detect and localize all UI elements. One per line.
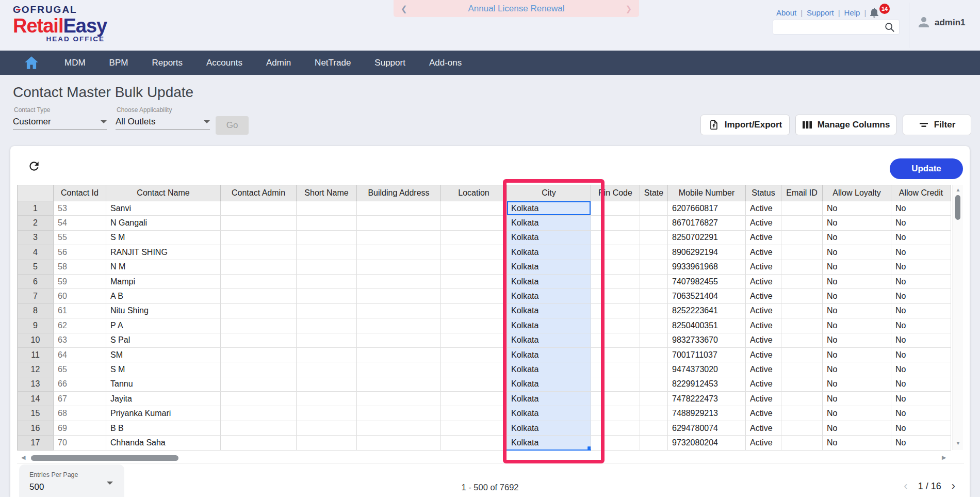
- cell-email-id[interactable]: [781, 406, 823, 421]
- cell-allow-credit[interactable]: No: [891, 274, 951, 288]
- cell-allow-loyalty[interactable]: No: [823, 230, 891, 245]
- cell-state[interactable]: [640, 318, 668, 333]
- cell-contact-name[interactable]: RANJIT SHING: [106, 245, 221, 260]
- cell-short-name[interactable]: [297, 230, 357, 245]
- cell-allow-credit[interactable]: No: [891, 347, 951, 362]
- corner-header-cell[interactable]: [18, 185, 54, 201]
- cell-contact-name[interactable]: SM: [106, 347, 221, 362]
- cell-state[interactable]: [640, 216, 668, 230]
- cell-allow-loyalty[interactable]: No: [823, 260, 891, 274]
- top-link-support[interactable]: Support: [807, 8, 834, 17]
- cell-pin-code[interactable]: [591, 260, 640, 274]
- cell-contact-name[interactable]: Tannu: [106, 377, 221, 391]
- cell-email-id[interactable]: [781, 245, 823, 260]
- cell-contact-name[interactable]: A B: [106, 289, 221, 303]
- cell-building-address[interactable]: [357, 260, 441, 274]
- cell-building-address[interactable]: [357, 318, 441, 333]
- nav-item-reports[interactable]: Reports: [152, 58, 183, 68]
- column-header-pin-code[interactable]: Pin Code: [591, 185, 640, 201]
- cell-location[interactable]: [441, 436, 507, 450]
- cell-pin-code[interactable]: [591, 274, 640, 288]
- nav-item-support[interactable]: Support: [374, 58, 405, 68]
- scroll-up-icon[interactable]: ▲: [953, 187, 963, 193]
- cell-status[interactable]: Active: [746, 216, 781, 230]
- cell-mobile-number[interactable]: 6294780074: [668, 421, 746, 435]
- cell-allow-loyalty[interactable]: No: [823, 362, 891, 377]
- cell-status[interactable]: Active: [746, 230, 781, 245]
- cell-city[interactable]: Kolkata: [507, 260, 591, 274]
- search-input[interactable]: [773, 20, 900, 35]
- cell-contact-admin[interactable]: [221, 362, 297, 377]
- cell-contact-admin[interactable]: [221, 303, 297, 318]
- import-export-button[interactable]: Import/Export: [700, 115, 790, 135]
- cell-city[interactable]: Kolkata: [507, 406, 591, 421]
- cell-building-address[interactable]: [357, 303, 441, 318]
- cell-pin-code[interactable]: [591, 392, 640, 406]
- cell-allow-credit[interactable]: No: [891, 318, 951, 333]
- row-number[interactable]: 14: [18, 392, 54, 406]
- cell-city[interactable]: Kolkata: [507, 347, 591, 362]
- cell-contact-admin[interactable]: [221, 406, 297, 421]
- cell-contact-id[interactable]: 64: [54, 347, 106, 362]
- column-header-location[interactable]: Location: [441, 185, 507, 201]
- cell-pin-code[interactable]: [591, 347, 640, 362]
- cell-mobile-number[interactable]: 7488929213: [668, 406, 746, 421]
- nav-item-admin[interactable]: Admin: [266, 58, 291, 68]
- cell-email-id[interactable]: [781, 303, 823, 318]
- cell-contact-name[interactable]: S M: [106, 362, 221, 377]
- cell-building-address[interactable]: [357, 436, 441, 450]
- cell-allow-credit[interactable]: No: [891, 303, 951, 318]
- top-link-about[interactable]: About: [776, 8, 796, 17]
- cell-contact-name[interactable]: N M: [106, 260, 221, 274]
- cell-pin-code[interactable]: [591, 377, 640, 391]
- cell-allow-credit[interactable]: No: [891, 436, 951, 450]
- search-icon[interactable]: [884, 22, 895, 33]
- cell-mobile-number[interactable]: 9474373020: [668, 362, 746, 377]
- cell-contact-name[interactable]: N Gangali: [106, 216, 221, 230]
- cell-location[interactable]: [441, 377, 507, 391]
- cell-building-address[interactable]: [357, 392, 441, 406]
- cell-mobile-number[interactable]: 8252223641: [668, 303, 746, 318]
- cell-status[interactable]: Active: [746, 436, 781, 450]
- column-header-state[interactable]: State: [640, 185, 668, 201]
- cell-location[interactable]: [441, 245, 507, 260]
- cell-allow-loyalty[interactable]: No: [823, 289, 891, 303]
- cell-short-name[interactable]: [297, 274, 357, 288]
- cell-location[interactable]: [441, 289, 507, 303]
- column-header-contact-name[interactable]: Contact Name: [106, 185, 221, 201]
- cell-city[interactable]: Kolkata: [507, 216, 591, 230]
- cell-city[interactable]: Kolkata: [507, 201, 591, 216]
- cell-email-id[interactable]: [781, 436, 823, 450]
- row-number[interactable]: 15: [18, 406, 54, 421]
- contact-type-select[interactable]: Customer: [13, 114, 107, 130]
- cell-short-name[interactable]: [297, 333, 357, 347]
- cell-state[interactable]: [640, 347, 668, 362]
- cell-contact-id[interactable]: 62: [54, 318, 106, 333]
- cell-mobile-number[interactable]: 7063521404: [668, 289, 746, 303]
- cell-mobile-number[interactable]: 8229912453: [668, 377, 746, 391]
- cell-email-id[interactable]: [781, 421, 823, 435]
- column-header-mobile-number[interactable]: Mobile Number: [668, 185, 746, 201]
- cell-allow-credit[interactable]: No: [891, 406, 951, 421]
- nav-item-mdm[interactable]: MDM: [64, 58, 86, 68]
- cell-city[interactable]: Kolkata: [507, 377, 591, 391]
- cell-location[interactable]: [441, 260, 507, 274]
- previous-page-icon[interactable]: ‹: [904, 479, 907, 493]
- column-header-allow-credit[interactable]: Allow Credit: [891, 185, 951, 201]
- cell-allow-loyalty[interactable]: No: [823, 216, 891, 230]
- cell-short-name[interactable]: [297, 377, 357, 391]
- notifications-bell-icon[interactable]: [868, 6, 880, 19]
- row-number[interactable]: 10: [18, 333, 54, 347]
- applicability-select[interactable]: All Outlets: [116, 114, 210, 130]
- cell-building-address[interactable]: [357, 274, 441, 288]
- cell-contact-name[interactable]: Nitu Shing: [106, 303, 221, 318]
- cell-location[interactable]: [441, 421, 507, 435]
- cell-contact-id[interactable]: 69: [54, 421, 106, 435]
- cell-status[interactable]: Active: [746, 274, 781, 288]
- cell-contact-id[interactable]: 53: [54, 201, 106, 216]
- column-header-building-address[interactable]: Building Address: [357, 185, 441, 201]
- cell-location[interactable]: [441, 406, 507, 421]
- cell-city[interactable]: Kolkata: [507, 362, 591, 377]
- cell-pin-code[interactable]: [591, 216, 640, 230]
- cell-short-name[interactable]: [297, 303, 357, 318]
